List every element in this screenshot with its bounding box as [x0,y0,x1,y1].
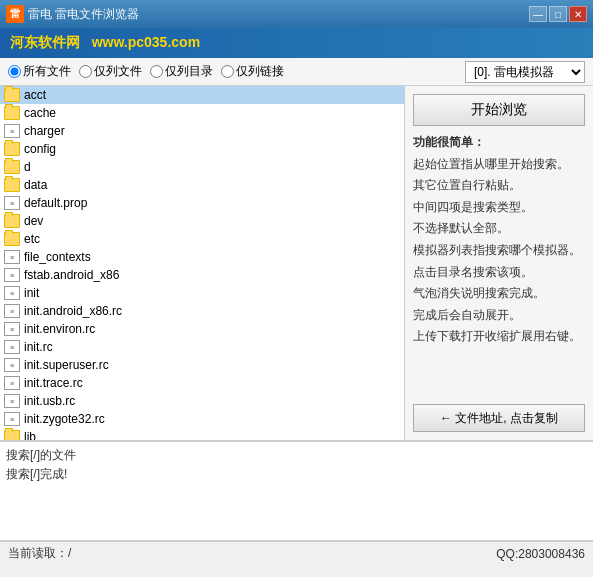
file-icon: ≡ [4,340,20,354]
list-item[interactable]: ≡init.rc [0,338,404,356]
list-item[interactable]: ≡default.prop [0,194,404,212]
file-icon: ≡ [4,196,20,210]
list-item[interactable]: ≡init.zygote32.rc [0,410,404,428]
copy-path-button[interactable]: ← 文件地址, 点击复制 [413,404,585,432]
file-name: init.zygote32.rc [24,412,105,426]
list-item[interactable]: ≡init.android_x86.rc [0,302,404,320]
file-icon: ≡ [4,322,20,336]
file-list-scroll[interactable]: acctcache≡chargerconfigddata≡default.pro… [0,86,404,440]
file-icon: ≡ [4,358,20,372]
help-line: 气泡消失说明搜索完成。 [413,283,585,305]
app-icon: 雷 [6,5,24,23]
watermark-text: 河东软件网 www.pc035.com [10,34,200,52]
help-line: 起始位置指从哪里开始搜索。 [413,154,585,176]
main-area: acctcache≡chargerconfigddata≡default.pro… [0,86,593,441]
list-item[interactable]: ≡init.superuser.rc [0,356,404,374]
current-path: 当前读取：/ [8,545,71,562]
log-content: 搜索[/]的文件搜索[/]完成! [0,442,593,540]
toolbar: 所有文件 仅列文件 仅列目录 仅列链接 [0]. 雷电模拟器 [0,58,593,86]
file-name: init.trace.rc [24,376,83,390]
file-icon: ≡ [4,412,20,426]
help-title: 功能很简单： [413,132,585,154]
file-icon: ≡ [4,286,20,300]
list-item[interactable]: ≡file_contexts [0,248,404,266]
file-icon: ≡ [4,394,20,408]
radio-files-only[interactable]: 仅列文件 [79,63,142,80]
list-item[interactable]: cache [0,104,404,122]
list-item[interactable]: config [0,140,404,158]
folder-icon [4,214,20,228]
file-name: default.prop [24,196,87,210]
help-line: 模拟器列表指搜索哪个模拟器。 [413,240,585,262]
help-line: 上传下载打开收缩扩展用右键。 [413,326,585,348]
browse-button[interactable]: 开始浏览 [413,94,585,126]
help-line: 不选择默认全部。 [413,218,585,240]
list-item[interactable]: ≡init.usb.rc [0,392,404,410]
list-item[interactable]: data [0,176,404,194]
title-bar-controls: — □ ✕ [529,6,587,22]
file-name: etc [24,232,40,246]
folder-icon [4,430,20,440]
title-bar: 雷 雷电 雷电文件浏览器 — □ ✕ [0,0,593,28]
file-name: acct [24,88,46,102]
minimize-button[interactable]: — [529,6,547,22]
qq-info: QQ:2803008436 [496,547,585,561]
help-line: 点击目录名搜索该项。 [413,262,585,284]
file-icon: ≡ [4,304,20,318]
file-name: init.environ.rc [24,322,95,336]
list-item[interactable]: lib [0,428,404,440]
file-name: d [24,160,31,174]
file-name: dev [24,214,43,228]
radio-dirs-only[interactable]: 仅列目录 [150,63,213,80]
log-area: 搜索[/]的文件搜索[/]完成! [0,441,593,541]
folder-icon [4,232,20,246]
folder-icon [4,178,20,192]
list-item[interactable]: etc [0,230,404,248]
log-line: 搜索[/]的文件 [6,446,587,465]
log-line: 搜索[/]完成! [6,465,587,484]
file-name: data [24,178,47,192]
list-item[interactable]: d [0,158,404,176]
file-name: init.usb.rc [24,394,75,408]
help-line: 完成后会自动展开。 [413,305,585,327]
file-name: charger [24,124,65,138]
emulator-dropdown[interactable]: [0]. 雷电模拟器 [465,61,585,83]
folder-icon [4,106,20,120]
list-item[interactable]: ≡init [0,284,404,302]
file-name: cache [24,106,56,120]
file-list-panel: acctcache≡chargerconfigddata≡default.pro… [0,86,405,440]
file-name: init.superuser.rc [24,358,109,372]
maximize-button[interactable]: □ [549,6,567,22]
folder-icon [4,88,20,102]
list-item[interactable]: ≡init.environ.rc [0,320,404,338]
close-button[interactable]: ✕ [569,6,587,22]
file-icon: ≡ [4,250,20,264]
file-name: lib [24,430,36,440]
file-name: fstab.android_x86 [24,268,119,282]
folder-icon [4,160,20,174]
list-item[interactable]: acct [0,86,404,104]
radio-all-files[interactable]: 所有文件 [8,63,71,80]
file-name: file_contexts [24,250,91,264]
watermark-bar: 河东软件网 www.pc035.com [0,28,593,58]
radio-group: 所有文件 仅列文件 仅列目录 仅列链接 [8,63,284,80]
list-item[interactable]: ≡charger [0,122,404,140]
right-panel: 开始浏览 功能很简单：起始位置指从哪里开始搜索。其它位置自行粘贴。中间四项是搜索… [405,86,593,440]
list-item[interactable]: ≡fstab.android_x86 [0,266,404,284]
file-icon: ≡ [4,124,20,138]
file-icon: ≡ [4,376,20,390]
list-item[interactable]: dev [0,212,404,230]
help-line: 中间四项是搜索类型。 [413,197,585,219]
file-icon: ≡ [4,268,20,282]
file-name: init.rc [24,340,53,354]
folder-icon [4,142,20,156]
file-name: init.android_x86.rc [24,304,122,318]
help-text: 功能很简单：起始位置指从哪里开始搜索。其它位置自行粘贴。中间四项是搜索类型。不选… [413,132,585,398]
help-line: 其它位置自行粘贴。 [413,175,585,197]
radio-links-only[interactable]: 仅列链接 [221,63,284,80]
file-name: config [24,142,56,156]
title-bar-text: 雷电 雷电文件浏览器 [28,6,529,23]
status-bar: 当前读取：/ QQ:2803008436 [0,541,593,565]
file-name: init [24,286,39,300]
list-item[interactable]: ≡init.trace.rc [0,374,404,392]
